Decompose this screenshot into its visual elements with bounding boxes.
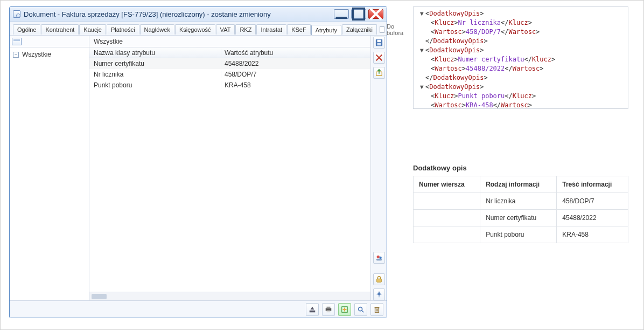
svg-rect-1 bbox=[353, 9, 365, 20]
grid-pane: Wszystkie Nazwa klasy atrybutu Wartość a… bbox=[89, 36, 370, 300]
tree-header bbox=[10, 36, 89, 47]
trash-button[interactable] bbox=[370, 303, 383, 316]
export-button[interactable] bbox=[373, 67, 385, 79]
maximize-button[interactable] bbox=[351, 9, 366, 19]
svg-rect-3 bbox=[377, 40, 381, 42]
cell-value: 458/DOP/7 bbox=[221, 71, 370, 78]
tab-intrastat[interactable]: Intrastat bbox=[256, 24, 286, 35]
table-row[interactable]: Punkt poboru KRA-458 bbox=[89, 80, 370, 91]
print-button[interactable] bbox=[322, 303, 335, 316]
users-button[interactable] bbox=[373, 252, 385, 264]
close-button[interactable] bbox=[368, 9, 383, 19]
collapse-icon[interactable]: − bbox=[13, 52, 19, 58]
cell-kind: Punkt poboru bbox=[480, 226, 557, 243]
svg-rect-8 bbox=[376, 259, 382, 261]
extra-col-num: Numer wiersza bbox=[414, 176, 480, 193]
scroll-thumb[interactable] bbox=[92, 294, 107, 299]
extra-col-kind: Rodzaj informacji bbox=[480, 176, 557, 193]
minimize-button[interactable] bbox=[334, 9, 349, 19]
xml-preview: ▼<DodatkowyOpis><Klucz>Nr licznika</Kluc… bbox=[413, 6, 628, 109]
cell-kind: Numer certyfikatu bbox=[480, 210, 557, 226]
grid-col-name[interactable]: Nazwa klasy atrybutu bbox=[89, 49, 221, 57]
tree-pane: − Wszystkie bbox=[10, 36, 89, 300]
list-item[interactable]: Punkt poboru KRA-458 bbox=[414, 226, 628, 243]
tab-atrybuty[interactable]: Atrybuty bbox=[311, 25, 341, 35]
cell-value: KRA-458 bbox=[221, 81, 370, 89]
layout-icon[interactable] bbox=[12, 38, 22, 45]
tab-platnosci[interactable]: Płatności bbox=[107, 24, 139, 35]
tree-root[interactable]: − Wszystkie bbox=[12, 50, 87, 59]
cell-val: 458/DOP/7 bbox=[557, 193, 628, 210]
side-toolbar bbox=[370, 36, 387, 300]
tab-vat[interactable]: VAT bbox=[216, 24, 235, 35]
table-row[interactable]: Nr licznika 458/DOP/7 bbox=[89, 69, 370, 80]
table-row[interactable]: Numer certyfikatu 45488/2022 bbox=[89, 58, 370, 69]
svg-point-15 bbox=[359, 307, 362, 311]
svg-rect-17 bbox=[375, 307, 380, 308]
grid-header: Nazwa klasy atrybutu Wartość atrybutu bbox=[89, 47, 370, 58]
titlebar: Dokument - Faktura sprzedaży [FS-779/23]… bbox=[10, 7, 387, 22]
cell-name: Punkt poboru bbox=[89, 81, 221, 89]
cell-num bbox=[414, 226, 480, 243]
app-icon bbox=[13, 10, 20, 18]
search-button[interactable] bbox=[354, 303, 367, 316]
lock-button[interactable] bbox=[373, 273, 385, 285]
do-bufora-label: Do bufora bbox=[387, 23, 405, 36]
grid-title: Wszystkie bbox=[89, 36, 370, 47]
cell-val: 45488/2022 bbox=[557, 210, 628, 226]
svg-rect-4 bbox=[377, 43, 381, 45]
cell-name: Numer certyfikatu bbox=[89, 60, 221, 67]
tree-root-label: Wszystkie bbox=[22, 51, 51, 58]
do-bufora-checkbox[interactable]: Do bufora bbox=[380, 23, 405, 36]
extra-section-title: Dodatkowy opis bbox=[413, 164, 467, 172]
horizontal-scrollbar[interactable] bbox=[89, 292, 370, 300]
svg-rect-12 bbox=[327, 306, 331, 308]
extra-table: Numer wiersza Rodzaj informacji Treść in… bbox=[413, 176, 628, 243]
delete-button[interactable] bbox=[373, 52, 385, 64]
tab-ksiegowosc[interactable]: Księgowość bbox=[175, 24, 215, 35]
tab-kaucje[interactable]: Kaucje bbox=[79, 24, 106, 35]
svg-rect-10 bbox=[310, 310, 316, 312]
upload-button[interactable] bbox=[306, 303, 319, 316]
list-item[interactable]: Nr licznika 458/DOP/7 bbox=[414, 193, 628, 210]
window-title: Dokument - Faktura sprzedaży [FS-779/23]… bbox=[24, 10, 334, 18]
pin-button[interactable] bbox=[373, 288, 385, 300]
cell-num bbox=[414, 210, 480, 226]
svg-rect-0 bbox=[336, 17, 347, 19]
cell-val: KRA-458 bbox=[557, 226, 628, 243]
list-item[interactable]: Numer certyfikatu 45488/2022 bbox=[414, 210, 628, 226]
tab-kontrahent[interactable]: Kontrahent bbox=[41, 24, 79, 35]
cell-name: Nr licznika bbox=[89, 71, 221, 78]
svg-rect-9 bbox=[376, 279, 381, 282]
tab-rkz[interactable]: RKZ bbox=[235, 24, 256, 35]
tab-ogolne[interactable]: Ogólne bbox=[13, 24, 40, 35]
add-button[interactable] bbox=[338, 303, 351, 316]
svg-point-7 bbox=[379, 257, 381, 259]
bottom-toolbar bbox=[10, 300, 387, 318]
svg-point-6 bbox=[376, 256, 379, 258]
tab-ksef[interactable]: KSeF bbox=[287, 24, 311, 35]
tab-naglowek[interactable]: Nagłówek bbox=[140, 24, 174, 35]
extra-col-val: Treść informacji bbox=[557, 176, 628, 193]
tabstrip: Ogólne Kontrahent Kaucje Płatności Nagłó… bbox=[10, 22, 387, 36]
cell-value: 45488/2022 bbox=[221, 60, 370, 67]
checkbox-icon bbox=[380, 26, 384, 33]
grid-col-value[interactable]: Wartość atrybutu bbox=[221, 49, 370, 57]
cell-num bbox=[414, 193, 480, 210]
tab-zalaczniki[interactable]: Załączniki bbox=[342, 24, 377, 35]
svg-rect-13 bbox=[327, 310, 331, 312]
save-button[interactable] bbox=[373, 37, 385, 49]
cell-kind: Nr licznika bbox=[480, 193, 557, 210]
app-window: Dokument - Faktura sprzedaży [FS-779/23]… bbox=[9, 6, 387, 318]
